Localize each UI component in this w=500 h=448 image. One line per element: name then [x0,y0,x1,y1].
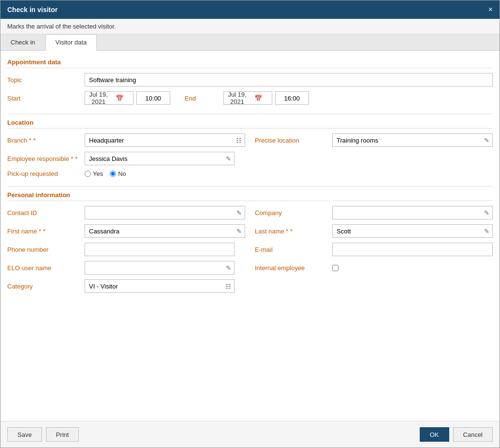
precise-location-edit-icon[interactable]: ✎ [481,137,492,144]
ok-button[interactable]: OK [420,427,449,442]
elo-user-edit-icon[interactable]: ✎ [223,264,234,272]
start-date-value: Jul 19, 2021 [88,91,109,105]
contact-id-edit-icon[interactable]: ✎ [234,209,245,217]
employee-row: Employee responsible * ✎ [7,152,493,165]
pickup-no-option[interactable]: No [110,170,126,177]
start-end-row: Start Jul 19, 2021 📅 End Jul 19, 2021 📅 [7,91,493,105]
personal-section-title: Personal information [7,191,493,201]
start-time-input[interactable] [136,91,170,105]
company-field: ✎ [332,206,493,219]
print-button[interactable]: Print [46,427,79,442]
tab-check-in[interactable]: Check in [0,34,45,50]
company-edit-icon[interactable]: ✎ [481,209,492,217]
employee-edit-icon[interactable]: ✎ [223,155,234,162]
internal-employee-checkbox-wrapper [332,265,338,271]
start-date-field: Jul 19, 2021 📅 [85,91,133,105]
title-bar: Check in visitor × [0,0,500,19]
cancel-button[interactable]: Cancel [453,427,493,442]
category-list-icon[interactable]: ☷ [222,283,234,290]
branch-list-icon[interactable]: ☷ [233,137,245,144]
company-label: Company [255,209,332,217]
phone-label: Phone number [7,246,85,253]
pickup-radio-group: Yes No [85,170,126,177]
appointment-section: Appointment data Topic Start Jul 19, 202… [7,58,493,105]
topic-input[interactable] [85,73,493,87]
branch-row: Branch * ☷ Precise location ✎ [7,133,493,147]
pickup-label: Pick-up requested [7,170,85,177]
contact-id-input[interactable] [85,206,234,219]
name-row: First name * ✎ Last name * ✎ [7,224,493,238]
contact-company-row: Contact ID ✎ Company ✎ [7,206,493,219]
last-name-label: Last name * [255,228,332,235]
end-label: End [185,95,223,102]
footer-right: OK Cancel [420,427,493,442]
category-input[interactable] [85,280,222,292]
phone-email-row: Phone number E-mail [7,243,493,256]
pickup-yes-radio[interactable] [85,171,91,177]
pickup-yes-option[interactable]: Yes [85,170,103,177]
branch-field: ☷ [85,133,245,147]
employee-field: ✎ [85,152,235,165]
dialog-title: Check in visitor [7,6,58,14]
start-label: Start [7,95,85,102]
contact-id-label: Contact ID [7,209,85,217]
end-time-input[interactable] [275,91,309,105]
close-button[interactable]: × [488,5,493,14]
footer-left: Save Print [7,427,79,442]
tab-visitor-data[interactable]: Visitor data [45,34,97,51]
employee-label: Employee responsible * [7,155,85,162]
last-name-edit-icon[interactable]: ✎ [481,228,492,235]
elo-user-label: ELO user name [7,264,85,272]
first-name-label: First name * [7,228,85,235]
tabs: Check in Visitor data [0,34,500,51]
end-calendar-icon[interactable]: 📅 [248,95,268,102]
start-calendar-icon[interactable]: 📅 [109,95,130,102]
branch-label: Branch * [7,137,85,144]
appointment-section-title: Appointment data [7,58,493,68]
company-input[interactable] [333,206,481,219]
elo-internal-row: ELO user name ✎ Internal employee [7,261,493,275]
email-label: E-mail [255,246,332,253]
phone-input[interactable] [85,243,235,256]
pickup-no-radio[interactable] [110,171,116,177]
first-name-edit-icon[interactable]: ✎ [234,228,245,235]
category-label: Category [7,283,85,290]
email-input[interactable] [332,243,493,256]
elo-user-input[interactable] [85,261,223,274]
end-date-field: Jul 19, 2021 📅 [223,91,272,105]
footer: Save Print OK Cancel [0,421,500,448]
elo-user-field: ✎ [85,261,235,275]
branch-input[interactable] [85,134,233,146]
end-date-value: Jul 19, 2021 [227,91,248,105]
subtitle: Marks the arrival of the selected visito… [0,19,500,34]
internal-employee-label: Internal employee [255,264,332,272]
contact-id-field: ✎ [85,206,245,219]
first-name-field: ✎ [85,224,245,238]
location-section: Location Branch * ☷ Precise location ✎ [7,119,493,177]
category-row: Category ☷ [7,279,493,293]
content-area: Appointment data Topic Start Jul 19, 202… [0,51,500,421]
save-button[interactable]: Save [7,427,42,442]
internal-employee-checkbox[interactable] [332,265,338,271]
category-field: ☷ [85,279,235,293]
last-name-input[interactable] [333,225,481,237]
precise-location-input[interactable] [333,134,481,146]
last-name-field: ✎ [332,224,493,238]
precise-location-label: Precise location [255,137,332,144]
employee-input[interactable] [85,152,223,165]
first-name-input[interactable] [85,225,234,237]
personal-section: Personal information Contact ID ✎ Compan… [7,191,493,293]
topic-label: Topic [7,76,85,84]
location-section-title: Location [7,119,493,129]
pickup-row: Pick-up requested Yes No [7,170,493,177]
topic-row: Topic [7,73,493,87]
precise-location-field: ✎ [332,133,493,147]
